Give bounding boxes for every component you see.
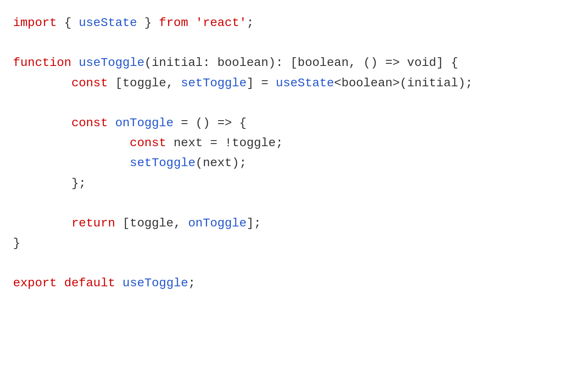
blank-line <box>13 253 575 273</box>
code-editor: import { useState } from 'react';functio… <box>0 0 588 380</box>
code-token: (next); <box>195 156 247 170</box>
code-token <box>71 56 79 69</box>
code-line: }; <box>13 174 575 193</box>
code-token: [toggle, <box>108 76 181 90</box>
code-token: onToggle <box>188 216 246 230</box>
code-token: = () => { <box>174 116 247 130</box>
code-line: const next = !toggle; <box>13 133 575 153</box>
code-line: const [toggle, setToggle] = useState<boo… <box>13 73 575 93</box>
code-token: from <box>159 16 188 29</box>
code-token <box>13 136 130 150</box>
code-token: } <box>137 16 159 29</box>
code-token: ; <box>188 276 195 290</box>
code-line: const onToggle = () => { <box>13 113 575 133</box>
code-token <box>13 76 71 90</box>
code-token <box>13 216 71 230</box>
code-token: ]; <box>247 216 261 230</box>
code-token <box>115 276 122 290</box>
code-token <box>13 116 71 130</box>
code-token: 'react' <box>195 16 247 29</box>
code-token <box>13 156 130 170</box>
code-token: const <box>130 136 166 150</box>
code-token: export <box>13 276 57 290</box>
code-token: [toggle, <box>115 216 188 230</box>
code-line: setToggle(next); <box>13 153 575 173</box>
code-token <box>188 16 195 29</box>
code-token: useState <box>79 16 137 29</box>
code-token: ] = <box>247 76 276 90</box>
code-token: next = !toggle; <box>166 136 283 150</box>
blank-line <box>13 33 575 53</box>
code-token: ; <box>247 16 254 29</box>
blank-line <box>13 193 575 213</box>
code-token: (initial: boolean): [boolean, () => void… <box>144 56 458 69</box>
code-line: function useToggle(initial: boolean): [b… <box>13 53 575 73</box>
code-token <box>57 276 64 290</box>
code-token: const <box>71 116 108 130</box>
code-token: import <box>13 16 57 29</box>
code-token: }; <box>13 177 86 190</box>
code-token: useToggle <box>79 56 144 69</box>
code-token: } <box>13 236 20 250</box>
code-token: function <box>13 56 71 69</box>
code-token <box>108 116 115 130</box>
code-token: <boolean>(initial); <box>334 76 472 90</box>
code-token: default <box>64 276 116 290</box>
code-token: useToggle <box>122 276 188 290</box>
code-token: useState <box>276 76 334 90</box>
code-line: } <box>13 233 575 253</box>
code-line: export default useToggle; <box>13 273 575 293</box>
code-token: return <box>71 216 115 230</box>
code-token: setToggle <box>181 76 246 90</box>
code-token: setToggle <box>130 156 195 170</box>
blank-line <box>13 93 575 113</box>
code-line: return [toggle, onToggle]; <box>13 213 575 233</box>
code-token: { <box>57 16 79 29</box>
code-line: import { useState } from 'react'; <box>13 13 575 33</box>
code-token: onToggle <box>115 116 173 130</box>
code-token: const <box>71 76 108 90</box>
code-block: import { useState } from 'react';functio… <box>13 13 575 294</box>
